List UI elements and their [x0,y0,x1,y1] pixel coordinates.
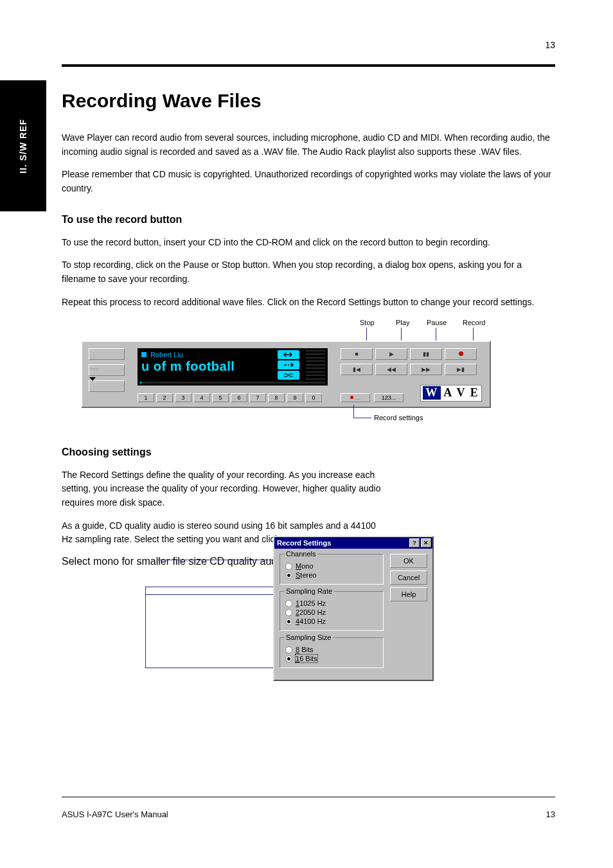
pause-icon: ▮▮ [423,351,429,357]
num-4-button[interactable]: 4 [193,393,210,402]
footer-right: 13 [546,810,555,819]
close-icon: ✕ [423,540,429,546]
num-1-button[interactable]: 1 [138,393,154,402]
player-callout-labels: Stop Play Pause Record [62,319,555,337]
skip-forward-icon: ▶▮ [457,366,465,373]
num-7-button[interactable]: 7 [249,393,266,402]
channels-fieldset: Channels Mono Stereo [280,554,384,585]
bottom-button-row: … 123... [341,393,404,402]
intro-paragraph-1: Wave Player can record audio from severa… [62,131,555,159]
wave-player: :::::: Robert Liu u of m football [81,341,491,408]
radio-16bits[interactable]: 16 Bits [285,655,378,662]
rewind-button[interactable]: ◀◀ [375,364,407,375]
num-5-button[interactable]: 5 [212,393,229,402]
radio-stereo[interactable]: Stereo [285,571,378,579]
close-titlebar-button[interactable]: ✕ [421,538,431,547]
record-settings-dialog: Record Settings ? ✕ Channels Mono Stereo… [273,536,434,681]
side-button-column: :::::: [89,348,125,396]
num-0-button[interactable]: 0 [305,393,322,402]
num-3-button[interactable]: 3 [175,393,191,402]
pause-button[interactable]: ▮▮ [410,348,442,360]
record-icon [459,351,463,356]
footer-left: ASUS I-A97C User's Manual [62,810,168,819]
prev-button[interactable]: ▮◀ [341,364,373,375]
radio-icon [285,646,292,653]
label-pause: Pause [427,319,447,326]
fast-forward-icon: ▶▶ [422,366,431,373]
subhead-choosing-settings: Choosing settings [62,447,555,458]
callout-line [353,405,354,418]
forward-button[interactable]: ▶▶ [410,364,442,375]
player-panel: :::::: Robert Liu u of m football [81,341,491,408]
wave-logo: W A V E [420,385,482,402]
cancel-button[interactable]: Cancel [390,571,427,585]
footer: ASUS I-A97C User's Manual 13 [62,810,555,819]
callout-line [353,418,371,418]
goto-button[interactable]: 123... [374,393,404,402]
help-titlebar-button[interactable]: ? [409,538,420,547]
next-button[interactable]: ▶▮ [445,364,477,375]
record-button[interactable] [445,348,477,360]
progress-bar[interactable] [140,382,325,384]
radio-mono[interactable]: Mono [285,562,378,570]
play-icon: ▶ [389,351,394,357]
sampling-rate-fieldset: Sampling Rate 11025 Hz 22050 Hz 44100 Hz [280,591,384,631]
num-8-button[interactable]: 8 [268,393,285,402]
dialog-button-column: OK Cancel Help [390,554,427,675]
chevron-down-icon [89,377,96,387]
radio-icon [285,618,292,625]
logo-w: W [423,386,441,400]
ab-repeat-icon [278,360,299,369]
sidebar-tab: II. S/W REF [0,80,46,211]
radio-8bits[interactable]: 8 Bits [285,646,378,653]
sampling-size-legend: Sampling Size [284,633,333,641]
radio-11025[interactable]: 11025 Hz [285,599,378,607]
skip-back-icon: ▮◀ [353,366,360,373]
label-play: Play [396,319,409,326]
radio-22050[interactable]: 22050 Hz [285,608,378,616]
num-2-button[interactable]: 2 [156,393,173,402]
dialog-titlebar[interactable]: Record Settings ? ✕ [274,537,432,549]
record-settings-button[interactable]: … [341,393,370,402]
page-number-top: 13 [545,40,555,50]
radio-icon [285,655,292,662]
help-button[interactable]: Help [390,587,427,601]
logo-rest: A V E [443,386,479,400]
repeat-icon [278,350,299,359]
artist-name: Robert Liu [150,351,183,359]
ok-button[interactable]: OK [390,554,427,568]
sidebar-label: II. S/W REF [18,119,28,173]
label-stop: Stop [360,319,375,326]
record-settings-dialog-wrap: Record Settings ? ✕ Channels Mono Stereo… [273,536,434,681]
callout-mono: Select mono for smaller file size [62,556,207,567]
record-paragraph-3: Repeat this process to record additional… [62,296,555,310]
record-dot-icon [350,396,353,399]
callout-line [145,587,146,668]
sampling-rate-legend: Sampling Rate [284,587,334,595]
radio-44100[interactable]: 44100 Hz [285,617,378,625]
radio-icon [285,563,292,570]
rule-bottom [62,797,555,797]
play-button[interactable]: ▶ [375,348,407,360]
dialog-title: Record Settings [277,539,331,547]
vu-meter [306,350,325,380]
player-display: Robert Liu u of m football [138,348,328,385]
stop-icon: ■ [355,351,358,357]
radio-icon [285,600,292,607]
label-record: Record [463,319,485,326]
page: 13 II. S/W REF Recording Wave Files Wave… [0,0,613,868]
stop-button[interactable]: ■ [341,348,373,360]
dropdown-button[interactable] [89,380,125,392]
record-paragraph-1: To use the record button, insert your CD… [62,236,555,250]
section-heading: Recording Wave Files [62,90,555,112]
sampling-size-fieldset: Sampling Size 8 Bits 16 Bits [280,637,384,668]
dots-icon: :::::: [89,367,100,371]
mode-button[interactable]: :::::: [89,364,125,376]
num-9-button[interactable]: 9 [287,393,303,402]
rule-top [62,64,555,67]
number-button-row: 1 2 3 4 5 6 7 8 9 0 [138,393,323,402]
power-button[interactable] [89,348,125,360]
subhead-record-button: To use the record button [62,214,555,226]
num-6-button[interactable]: 6 [231,393,247,402]
mode-indicator-column [278,350,299,380]
